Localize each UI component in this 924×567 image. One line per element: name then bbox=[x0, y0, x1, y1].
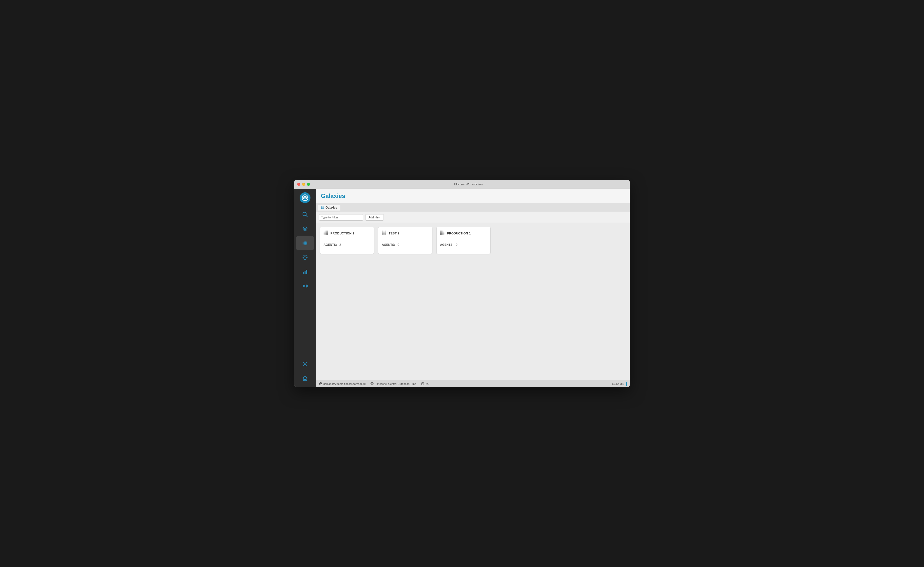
svg-point-20 bbox=[305, 243, 306, 244]
svg-point-19 bbox=[304, 243, 305, 244]
sidebar-item-settings[interactable] bbox=[296, 357, 314, 371]
status-server-text: debian [fs2demo.flopsar.com:9000] bbox=[323, 382, 366, 386]
svg-point-35 bbox=[323, 206, 324, 206]
svg-point-18 bbox=[302, 243, 304, 244]
svg-point-87 bbox=[385, 232, 386, 233]
svg-point-107 bbox=[444, 231, 444, 232]
svg-rect-29 bbox=[306, 270, 307, 274]
galaxy-card-test2[interactable]: TEST 2 AGENTS: 0 bbox=[378, 227, 432, 254]
svg-point-39 bbox=[323, 207, 324, 207]
svg-point-44 bbox=[321, 208, 322, 208]
tab-bar: Galaxies bbox=[316, 203, 630, 212]
svg-point-68 bbox=[324, 234, 325, 235]
svg-point-115 bbox=[442, 233, 443, 234]
svg-point-90 bbox=[384, 233, 385, 234]
svg-point-80 bbox=[384, 231, 385, 232]
svg-point-86 bbox=[385, 232, 385, 233]
svg-point-106 bbox=[443, 231, 444, 232]
svg-rect-27 bbox=[303, 272, 304, 274]
svg-line-3 bbox=[306, 215, 307, 217]
svg-point-11 bbox=[304, 241, 305, 242]
svg-point-38 bbox=[322, 207, 323, 207]
svg-point-98 bbox=[440, 231, 441, 231]
filter-input[interactable] bbox=[319, 214, 363, 220]
svg-point-118 bbox=[440, 234, 441, 235]
svg-point-60 bbox=[325, 232, 326, 233]
svg-point-108 bbox=[440, 232, 441, 233]
app-window: Flopsar Workstation bbox=[294, 180, 630, 387]
svg-point-105 bbox=[442, 231, 443, 232]
svg-rect-28 bbox=[304, 271, 305, 274]
galaxy-card-header: TEST 2 bbox=[378, 227, 432, 239]
svg-point-66 bbox=[326, 233, 327, 234]
galaxy-card-icon bbox=[324, 231, 328, 236]
svg-point-12 bbox=[305, 241, 306, 242]
minimize-button[interactable] bbox=[302, 183, 305, 186]
sidebar-item-target[interactable] bbox=[296, 222, 314, 236]
svg-point-109 bbox=[441, 232, 442, 233]
database-icon bbox=[421, 382, 424, 386]
svg-point-113 bbox=[440, 233, 441, 234]
sidebar-item-broadcast[interactable] bbox=[296, 279, 314, 293]
statusbar: debian [fs2demo.flopsar.com:9000] Timezo… bbox=[316, 380, 630, 387]
svg-point-95 bbox=[384, 234, 385, 235]
svg-point-101 bbox=[443, 231, 444, 231]
add-new-button[interactable]: Add New bbox=[365, 214, 384, 220]
tab-galaxies-label: Galaxies bbox=[325, 206, 337, 209]
svg-point-14 bbox=[302, 242, 304, 243]
traffic-lights bbox=[297, 183, 310, 186]
galaxy-card-production1[interactable]: PRODUCTION 1 AGENTS: 0 bbox=[436, 227, 491, 254]
svg-point-120 bbox=[442, 234, 443, 235]
svg-point-88 bbox=[382, 233, 383, 234]
galaxy-agents: AGENTS: 0 bbox=[382, 243, 399, 246]
svg-point-57 bbox=[327, 231, 328, 232]
svg-point-54 bbox=[325, 231, 325, 232]
svg-point-50 bbox=[325, 231, 326, 231]
svg-point-15 bbox=[304, 242, 305, 243]
svg-point-100 bbox=[442, 231, 443, 231]
svg-point-76 bbox=[385, 231, 385, 231]
sidebar-item-chart[interactable] bbox=[296, 265, 314, 279]
svg-point-13 bbox=[306, 241, 307, 242]
galaxy-card-production2[interactable]: PRODUCTION 2 AGENTS: 2 bbox=[320, 227, 374, 254]
galaxies-grid: PRODUCTION 2 AGENTS: 2 bbox=[320, 227, 626, 254]
page-header: Galaxies bbox=[316, 189, 630, 203]
svg-point-104 bbox=[441, 231, 442, 232]
sidebar-item-code[interactable] bbox=[296, 250, 314, 264]
svg-point-78 bbox=[382, 231, 383, 232]
svg-point-23 bbox=[304, 244, 305, 245]
svg-point-45 bbox=[322, 208, 322, 208]
svg-point-77 bbox=[385, 231, 386, 231]
svg-point-92 bbox=[385, 233, 386, 234]
svg-point-117 bbox=[444, 233, 444, 234]
sidebar-item-galaxies[interactable] bbox=[296, 236, 314, 250]
tab-galaxies-icon bbox=[321, 206, 324, 210]
svg-point-36 bbox=[321, 207, 322, 207]
sidebar-item-home[interactable] bbox=[296, 371, 314, 385]
svg-point-34 bbox=[322, 206, 323, 206]
titlebar: Flopsar Workstation bbox=[294, 180, 630, 189]
maximize-button[interactable] bbox=[307, 183, 310, 186]
svg-point-33 bbox=[322, 206, 322, 206]
status-memory-text: 65.12 MB bbox=[612, 382, 624, 386]
svg-marker-30 bbox=[303, 285, 306, 288]
svg-point-52 bbox=[327, 231, 328, 231]
svg-point-16 bbox=[305, 242, 306, 243]
svg-point-5 bbox=[304, 228, 306, 230]
svg-point-89 bbox=[383, 233, 384, 234]
sidebar-item-search[interactable] bbox=[296, 208, 314, 221]
svg-point-67 bbox=[327, 233, 328, 234]
svg-point-97 bbox=[385, 234, 386, 235]
svg-point-93 bbox=[382, 234, 383, 235]
svg-point-58 bbox=[324, 232, 325, 233]
svg-point-42 bbox=[322, 207, 323, 208]
svg-point-22 bbox=[302, 244, 304, 245]
svg-point-112 bbox=[444, 232, 444, 233]
close-button[interactable] bbox=[297, 183, 300, 186]
tab-galaxies[interactable]: Galaxies bbox=[318, 205, 340, 210]
svg-point-46 bbox=[322, 208, 323, 208]
svg-point-84 bbox=[383, 232, 384, 233]
galaxy-card-header: PRODUCTION 1 bbox=[436, 227, 491, 239]
svg-point-116 bbox=[443, 233, 444, 234]
globe-icon bbox=[370, 382, 374, 386]
